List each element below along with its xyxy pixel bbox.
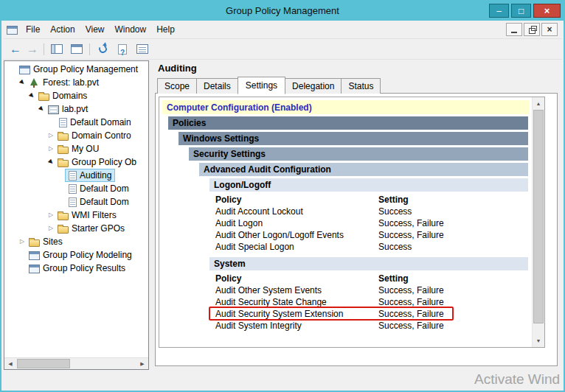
tree-item[interactable]: ▷WMI Filters — [5, 209, 148, 222]
expand-toggle[interactable]: ▷ — [46, 225, 55, 231]
policy-row: Audit Account LockoutSuccess — [215, 206, 525, 217]
horizontal-scrollbar-thumb[interactable] — [17, 359, 70, 368]
expand-toggle[interactable]: ▶ — [36, 104, 46, 114]
sites-folder-icon — [29, 239, 40, 247]
child-close-button[interactable]: × — [541, 23, 558, 36]
report-band[interactable]: Security Settings — [189, 147, 528, 161]
tab-scope[interactable]: Scope — [157, 78, 197, 94]
expand-toggle[interactable]: ▶ — [17, 77, 27, 88]
gpmc-window: Group Policy Management – □ × FileAction… — [0, 0, 565, 392]
help-button[interactable] — [115, 42, 130, 57]
report-band[interactable]: Advanced Audit Configuration — [199, 163, 528, 176]
tree-item[interactable]: ▶Forest: lab.pvt — [5, 76, 148, 89]
ou-folder-icon — [58, 133, 69, 141]
close-button[interactable]: × — [533, 4, 561, 18]
report-band[interactable]: Policies — [168, 116, 528, 130]
refresh-button[interactable] — [95, 42, 110, 57]
tree-item[interactable]: ▷Sites — [5, 235, 148, 248]
policy-name: Audit Security State Change — [215, 296, 378, 308]
tree-item[interactable]: ▶Domains — [5, 89, 148, 102]
menu-help[interactable]: Help — [151, 22, 180, 37]
tab-settings[interactable]: Settings — [238, 77, 285, 94]
maximize-button[interactable]: □ — [511, 4, 531, 18]
policy-table: PolicySettingAudit Account LockoutSucces… — [215, 194, 525, 253]
vertical-scrollbar-thumb[interactable] — [533, 110, 544, 323]
policy-name: Audit Special Logon — [215, 241, 378, 253]
report-vertical-scrollbar[interactable]: ▲ ▼ — [532, 97, 544, 347]
titlebar[interactable]: Group Policy Management – □ × — [1, 1, 564, 21]
report-section-band[interactable]: System — [209, 257, 528, 270]
policy-row: Audit LogonSuccess, Failure — [215, 217, 525, 229]
menu-file[interactable]: File — [21, 22, 45, 37]
gpo-icon — [69, 184, 77, 194]
scroll-up-arrow[interactable]: ▲ — [533, 98, 544, 109]
menu-window[interactable]: Window — [110, 22, 152, 37]
report-section-band[interactable]: Logon/Logoff — [209, 178, 528, 192]
console-window-button[interactable] — [69, 42, 84, 57]
tab-delegation[interactable]: Delegation — [285, 78, 342, 94]
domain-icon — [48, 105, 59, 114]
gpo-settings-report: Computer Configuration (Enabled)Policies… — [161, 99, 531, 346]
child-minimize-icon — [511, 32, 517, 33]
gpo-icon — [69, 171, 77, 181]
tab-details[interactable]: Details — [196, 78, 238, 94]
expand-toggle[interactable]: ▷ — [46, 212, 55, 218]
minimize-button[interactable]: – — [489, 4, 509, 18]
tree-item[interactable]: ▷Domain Contro — [5, 129, 148, 142]
menu-view[interactable]: View — [80, 22, 110, 37]
policy-setting: Success — [378, 206, 525, 217]
tree-item[interactable]: ▶Group Policy Ob — [5, 155, 148, 169]
expand-toggle[interactable]: ▷ — [18, 239, 27, 245]
tree-item-label: Default Domain — [70, 117, 131, 127]
forward-button[interactable]: → — [27, 43, 38, 55]
child-window-controls: × — [506, 23, 558, 36]
tree-item[interactable]: Group Policy Modeling — [5, 248, 148, 262]
report-config-header[interactable]: Computer Configuration (Enabled) — [162, 100, 530, 114]
policy-setting: Success, Failure — [378, 229, 525, 241]
scroll-right-arrow[interactable]: ▶ — [136, 358, 148, 369]
report-band[interactable]: Windows Settings — [178, 132, 528, 145]
toolbar: ← → — [3, 39, 562, 60]
settings-tab-page: Computer Configuration (Enabled)Policies… — [155, 93, 558, 366]
policy-table: PolicySettingAudit Other System EventsSu… — [215, 273, 525, 332]
help-icon — [118, 44, 127, 55]
policy-setting: Success, Failure — [378, 296, 525, 308]
toolbar-separator — [44, 43, 44, 55]
tree-item-label: Default Dom — [80, 197, 129, 207]
export-list-icon — [136, 44, 148, 54]
tree-item[interactable]: Group Policy Management — [5, 63, 148, 76]
menu-action[interactable]: Action — [45, 22, 80, 37]
expand-toggle[interactable]: ▶ — [27, 91, 37, 101]
scroll-down-arrow[interactable]: ▼ — [533, 335, 544, 346]
tree-item[interactable]: Default Dom — [5, 195, 148, 209]
tree-item-label: My OU — [72, 144, 99, 154]
child-restore-button[interactable] — [524, 23, 540, 36]
expand-toggle[interactable]: ▶ — [46, 157, 56, 167]
child-close-icon: × — [547, 25, 552, 34]
policy-setting: Success, Failure — [378, 284, 525, 296]
expand-toggle[interactable]: ▷ — [46, 133, 55, 139]
console-icon — [19, 66, 30, 74]
policy-setting: Success, Failure — [378, 217, 525, 229]
tree-item[interactable]: Group Policy Results — [5, 262, 148, 275]
details-pane: Auditing ScopeDetailsSettingsDelegationS… — [151, 60, 561, 370]
gp-results-icon — [29, 265, 40, 273]
scroll-left-arrow[interactable]: ◀ — [4, 358, 16, 369]
gp-modeling-icon — [29, 251, 40, 260]
tree-item[interactable]: ▷My OU — [5, 142, 148, 155]
tree-horizontal-scrollbar[interactable]: ◀ ▶ — [4, 357, 148, 369]
tree-item[interactable]: Default Domain — [5, 116, 148, 129]
tree-item[interactable]: Default Dom — [5, 182, 148, 195]
column-header: Setting — [378, 194, 525, 206]
tree-item[interactable]: Auditing — [5, 169, 148, 182]
back-button[interactable]: ← — [10, 43, 21, 55]
tree-item[interactable]: ▶lab.pvt — [5, 102, 148, 116]
tree-item[interactable]: ▷Starter GPOs — [5, 222, 148, 235]
show-console-tree-button[interactable] — [49, 42, 64, 57]
tab-status[interactable]: Status — [341, 78, 381, 94]
export-list-button[interactable] — [135, 42, 150, 57]
tree-item-label: Group Policy Modeling — [43, 250, 132, 260]
expand-toggle[interactable]: ▷ — [46, 146, 55, 152]
child-minimize-button[interactable] — [506, 23, 522, 36]
window-title: Group Policy Management — [1, 5, 564, 16]
